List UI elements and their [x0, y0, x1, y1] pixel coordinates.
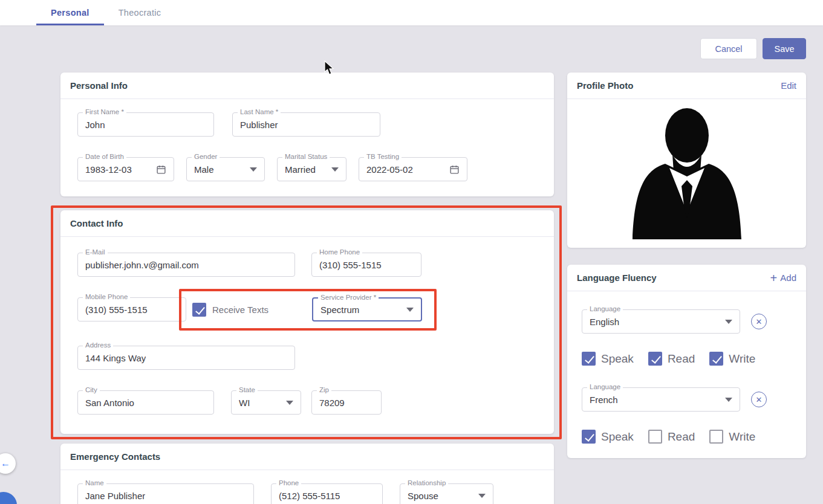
email-field[interactable]: E-Mail publisher.john.v@gmail.com	[77, 253, 295, 277]
chevron-down-icon	[406, 308, 414, 312]
add-language-button[interactable]: + Add	[770, 272, 796, 284]
language-select[interactable]: Language English	[582, 309, 740, 334]
first-name-value: John	[85, 120, 105, 130]
chevron-down-icon	[725, 320, 732, 324]
skill-row: Speak Read Write	[582, 430, 792, 444]
relationship-select[interactable]: Relationship Spouse	[400, 483, 493, 504]
emergency-contacts-title: Emergency Contacts	[70, 451, 160, 462]
marital-status-value: Married	[285, 164, 316, 175]
emergency-phone-field[interactable]: Phone (512) 555-5115	[271, 483, 383, 504]
calendar-icon[interactable]	[446, 164, 460, 175]
home-phone-value: (310) 555-1515	[319, 260, 382, 270]
remove-language-button[interactable]: ✕	[751, 392, 767, 407]
date-of-birth-field[interactable]: Date of Birth 1983-12-03	[77, 157, 174, 181]
city-label: City	[83, 386, 100, 393]
emergency-contacts-header: Emergency Contacts	[60, 444, 554, 470]
date-of-birth-value: 1983-12-03	[85, 164, 132, 175]
skill-write: Write	[709, 352, 755, 366]
read-checkbox[interactable]	[648, 430, 662, 444]
address-label: Address	[83, 341, 113, 349]
address-value: 144 Kings Way	[85, 353, 146, 363]
contact-info-body: E-Mail publisher.john.v@gmail.com Home P…	[60, 237, 554, 415]
cancel-button[interactable]: Cancel	[700, 38, 757, 59]
language-value: English	[590, 317, 619, 327]
form-row: Name Jane Publisher Phone (512) 555-5115…	[77, 483, 537, 504]
read-checkbox[interactable]	[648, 352, 662, 366]
write-checkbox[interactable]	[709, 430, 723, 444]
last-name-value: Publisher	[240, 120, 278, 130]
personal-info-card: Personal Info First Name * John Last Nam…	[60, 73, 554, 196]
address-field[interactable]: Address 144 Kings Way	[77, 346, 295, 370]
emergency-name-label: Name	[83, 479, 106, 486]
gender-label: Gender	[192, 153, 220, 160]
save-button[interactable]: Save	[763, 38, 806, 59]
action-bar: Cancel Save	[700, 38, 806, 59]
home-phone-label: Home Phone	[317, 248, 362, 256]
zip-field[interactable]: Zip 78209	[311, 390, 382, 415]
last-name-label: Last Name *	[238, 108, 281, 115]
arrow-left-icon: ←	[1, 458, 10, 469]
back-button[interactable]: ←	[0, 453, 16, 474]
chevron-down-icon	[478, 494, 486, 498]
contact-info-title: Contact Info	[70, 218, 123, 228]
corner-fab-button[interactable]	[0, 492, 17, 504]
calendar-icon[interactable]	[152, 164, 166, 175]
personal-info-header: Personal Info	[60, 73, 554, 99]
skill-row: Speak Read Write	[582, 352, 792, 366]
profile-photo-card: Profile Photo Edit	[567, 73, 806, 248]
emergency-phone-value: (512) 555-5115	[279, 491, 340, 501]
tb-testing-field[interactable]: TB Testing 2022-05-02	[359, 157, 467, 181]
mobile-phone-label: Mobile Phone	[83, 293, 130, 300]
form-row: First Name * John Last Name * Publisher	[77, 112, 537, 137]
email-label: E-Mail	[83, 248, 108, 256]
state-select[interactable]: State WI	[231, 390, 301, 415]
form-row: Mobile Phone (310) 555-1515 Receive Text…	[77, 297, 537, 321]
form-row: Date of Birth 1983-12-03 Gender Male Mar…	[77, 157, 537, 181]
service-provider-select[interactable]: Service Provider * Spectrum	[312, 297, 422, 321]
profile-photo-body	[567, 99, 806, 239]
speak-checkbox[interactable]	[582, 352, 596, 366]
city-field[interactable]: City San Antonio	[77, 390, 214, 415]
close-icon: ✕	[756, 317, 763, 326]
emergency-contacts-body: Name Jane Publisher Phone (512) 555-5115…	[60, 470, 554, 504]
emergency-contacts-card: Emergency Contacts Name Jane Publisher P…	[60, 444, 554, 504]
chevron-down-icon	[250, 167, 257, 172]
close-icon: ✕	[756, 395, 763, 404]
remove-language-button[interactable]: ✕	[751, 314, 767, 329]
chevron-down-icon	[725, 398, 732, 402]
write-label: Write	[729, 352, 755, 366]
home-phone-field[interactable]: Home Phone (310) 555-1515	[311, 253, 421, 277]
contact-info-card: Contact Info E-Mail publisher.john.v@gma…	[60, 210, 554, 434]
write-checkbox[interactable]	[709, 352, 723, 366]
language-row: Language English ✕	[582, 309, 792, 334]
city-value: San Antonio	[85, 398, 134, 408]
form-row: E-Mail publisher.john.v@gmail.com Home P…	[77, 253, 537, 277]
emergency-name-field[interactable]: Name Jane Publisher	[77, 483, 254, 504]
mobile-phone-field[interactable]: Mobile Phone (310) 555-1515	[77, 297, 186, 321]
tb-testing-label: TB Testing	[364, 153, 402, 160]
zip-label: Zip	[317, 386, 331, 393]
language-select[interactable]: Language French	[582, 387, 740, 412]
tab-personal[interactable]: Personal	[36, 0, 104, 25]
relationship-label: Relationship	[405, 479, 448, 486]
last-name-field[interactable]: Last Name * Publisher	[232, 112, 380, 137]
relationship-value: Spouse	[408, 491, 438, 501]
emergency-name-value: Jane Publisher	[85, 491, 145, 501]
edit-photo-button[interactable]: Edit	[781, 80, 796, 91]
language-value: French	[590, 395, 618, 405]
skill-write: Write	[709, 430, 755, 444]
form-row: Address 144 Kings Way	[77, 346, 537, 370]
speak-checkbox[interactable]	[582, 430, 596, 444]
first-name-field[interactable]: First Name * John	[77, 112, 214, 137]
emergency-phone-label: Phone	[276, 479, 301, 486]
tab-theocratic[interactable]: Theocratic	[104, 0, 176, 25]
receive-texts-checkbox[interactable]	[192, 303, 206, 317]
personal-info-title: Personal Info	[70, 80, 128, 91]
mobile-phone-value: (310) 555-1515	[85, 305, 148, 315]
skill-read: Read	[648, 430, 695, 444]
language-fluency-body: Language English ✕ Speak Read Write	[567, 291, 806, 444]
email-value: publisher.john.v@gmail.com	[85, 260, 199, 270]
service-provider-label: Service Provider *	[318, 294, 379, 301]
gender-select[interactable]: Gender Male	[186, 157, 265, 181]
marital-status-select[interactable]: Marital Status Married	[277, 157, 346, 181]
